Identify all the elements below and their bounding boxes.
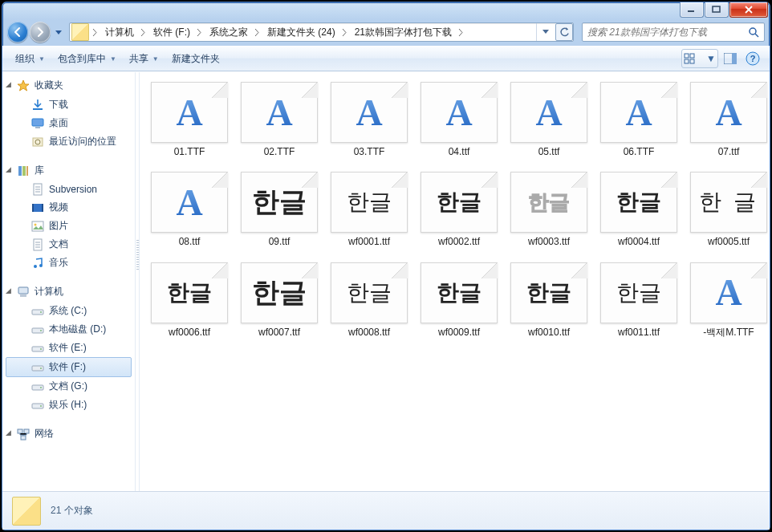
file-item[interactable]: A05.ttf xyxy=(506,82,592,157)
file-item[interactable]: 한글wf0009.ttf xyxy=(416,262,502,338)
font-glyph: A xyxy=(445,91,472,134)
sidebar-item[interactable]: 系统 (C:) xyxy=(2,302,135,320)
font-glyph: A xyxy=(356,91,382,134)
file-thumbnail: A xyxy=(690,262,767,323)
font-glyph: 한글 xyxy=(167,278,212,308)
organize-menu[interactable]: 组织▼ xyxy=(9,49,51,69)
breadcrumb-segment[interactable]: 系统之家 xyxy=(205,23,251,41)
breadcrumb-segment[interactable]: 新建文件夹 (24) xyxy=(262,23,339,41)
splitter[interactable] xyxy=(135,72,140,491)
svg-rect-42 xyxy=(18,429,22,433)
refresh-button[interactable] xyxy=(555,23,573,41)
share-menu[interactable]: 共享▼ xyxy=(123,49,165,69)
file-item[interactable]: A07.ttf xyxy=(685,82,770,157)
sidebar-item[interactable]: 软件 (E:) xyxy=(2,339,135,357)
sidebar-item[interactable]: 最近访问的位置 xyxy=(2,132,135,151)
breadcrumb-segment[interactable]: 软件 (F:) xyxy=(148,23,193,41)
file-thumbnail: A xyxy=(600,82,677,143)
sidebar-header-label: 收藏夹 xyxy=(35,79,63,92)
forward-button[interactable] xyxy=(30,22,51,43)
search-box[interactable] xyxy=(582,22,765,42)
sidebar-header-favorites[interactable]: ◢收藏夹 xyxy=(2,77,135,95)
sidebar-header-computer[interactable]: ◢计算机 xyxy=(2,283,135,302)
file-item[interactable]: A01.TTF xyxy=(146,82,233,157)
file-item[interactable]: 한글wf0006.ttf xyxy=(146,262,233,338)
chevron-right-icon[interactable] xyxy=(455,23,466,41)
sidebar-item[interactable]: 文档 xyxy=(2,235,135,254)
sidebar-item[interactable]: Subversion xyxy=(2,181,135,198)
titlebar[interactable] xyxy=(2,2,770,18)
file-item[interactable]: 한글wf0010.ttf xyxy=(506,262,592,338)
sidebar-header-network[interactable]: ◢网络 xyxy=(2,425,135,444)
file-item[interactable]: 한글wf0008.ttf xyxy=(326,262,412,338)
new-folder-button[interactable]: 新建文件夹 xyxy=(165,49,226,69)
download-icon xyxy=(31,99,44,112)
picture-icon xyxy=(31,220,44,233)
nav-history-dropdown[interactable] xyxy=(54,27,63,39)
preview-pane-button[interactable] xyxy=(720,49,741,68)
address-dropdown[interactable] xyxy=(536,23,554,41)
network-icon xyxy=(17,428,30,441)
close-button[interactable] xyxy=(729,2,768,18)
sidebar-item[interactable]: 图片 xyxy=(2,217,135,235)
svg-rect-29 xyxy=(20,294,26,297)
file-name: wf0003.ttf xyxy=(528,236,570,247)
sidebar-item[interactable]: 本地磁盘 (D:) xyxy=(2,320,135,339)
chevron-right-icon[interactable] xyxy=(339,23,350,41)
search-input[interactable] xyxy=(583,26,743,38)
maximize-button[interactable] xyxy=(705,2,729,18)
address-bar[interactable]: 计算机软件 (F:)系统之家新建文件夹 (24)21款韩国字体打包下载 xyxy=(69,22,574,42)
file-item[interactable]: A03.TTF xyxy=(326,82,412,157)
file-item[interactable]: A02.TTF xyxy=(236,82,323,157)
file-name: 02.TTF xyxy=(264,146,295,157)
file-item[interactable]: 한글wf0007.ttf xyxy=(236,262,323,338)
sidebar-header-libraries[interactable]: ◢库 xyxy=(2,162,135,181)
sidebar-item-label: 娱乐 (H:) xyxy=(49,398,87,412)
file-item[interactable]: A-백제M.TTF xyxy=(685,262,770,338)
svg-rect-0 xyxy=(688,10,694,12)
file-item[interactable]: 한글09.ttf xyxy=(236,172,323,247)
sidebar-item[interactable]: 软件 (F:) xyxy=(6,357,132,377)
font-glyph: A xyxy=(715,271,742,314)
sidebar-item[interactable]: 娱乐 (H:) xyxy=(2,396,135,414)
chevron-right-icon[interactable] xyxy=(251,23,262,41)
back-button[interactable] xyxy=(7,22,28,43)
file-name: wf0007.ttf xyxy=(258,327,300,338)
breadcrumb-segment[interactable]: 21款韩国字体打包下载 xyxy=(350,23,455,41)
file-item[interactable]: A06.TTF xyxy=(595,82,682,157)
sidebar-item[interactable]: 视频 xyxy=(2,198,135,217)
chevron-right-icon[interactable] xyxy=(89,23,100,41)
doc-icon xyxy=(31,183,44,196)
svg-point-41 xyxy=(40,405,42,407)
file-name: wf0005.ttf xyxy=(708,236,750,247)
sidebar-header-label: 库 xyxy=(35,164,44,177)
file-name: 06.TTF xyxy=(624,146,655,157)
file-thumbnail: A xyxy=(151,82,228,143)
sidebar-item[interactable]: 桌面 xyxy=(2,114,135,132)
file-item[interactable]: 한글wf0001.ttf xyxy=(326,172,412,247)
svg-rect-44 xyxy=(21,436,26,440)
file-item[interactable]: 한글wf0002.ttf xyxy=(416,172,502,247)
help-button[interactable]: ? xyxy=(742,49,763,68)
file-item[interactable]: A08.ttf xyxy=(146,172,233,247)
svg-point-37 xyxy=(40,368,42,369)
file-item[interactable]: 한 글wf0005.ttf xyxy=(685,172,770,247)
chevron-right-icon[interactable] xyxy=(137,23,148,41)
sidebar-item[interactable]: 音乐 xyxy=(2,254,135,272)
view-mode-button[interactable]: ▼ xyxy=(681,49,718,68)
file-item[interactable]: 한글wf0011.ttf xyxy=(595,262,682,338)
search-icon[interactable] xyxy=(743,23,764,41)
file-name: 09.ttf xyxy=(269,236,291,247)
include-in-library-menu[interactable]: 包含到库中▼ xyxy=(51,49,123,69)
minimize-button[interactable] xyxy=(680,2,704,18)
sidebar-item[interactable]: 下载 xyxy=(2,95,135,114)
sidebar-item[interactable]: 文档 (G:) xyxy=(2,377,135,396)
file-item[interactable]: 한글wf0004.ttf xyxy=(595,172,682,247)
breadcrumb-segment[interactable]: 计算机 xyxy=(100,23,137,41)
file-item[interactable]: 한글wf0003.ttf xyxy=(506,172,592,247)
file-item[interactable]: A04.ttf xyxy=(416,82,502,157)
font-glyph: 한글 xyxy=(528,189,570,217)
file-thumbnail: 한글 xyxy=(331,262,408,323)
file-pane[interactable]: A01.TTFA02.TTFA03.TTFA04.ttfA05.ttfA06.T… xyxy=(140,72,770,491)
chevron-right-icon[interactable] xyxy=(193,23,205,41)
